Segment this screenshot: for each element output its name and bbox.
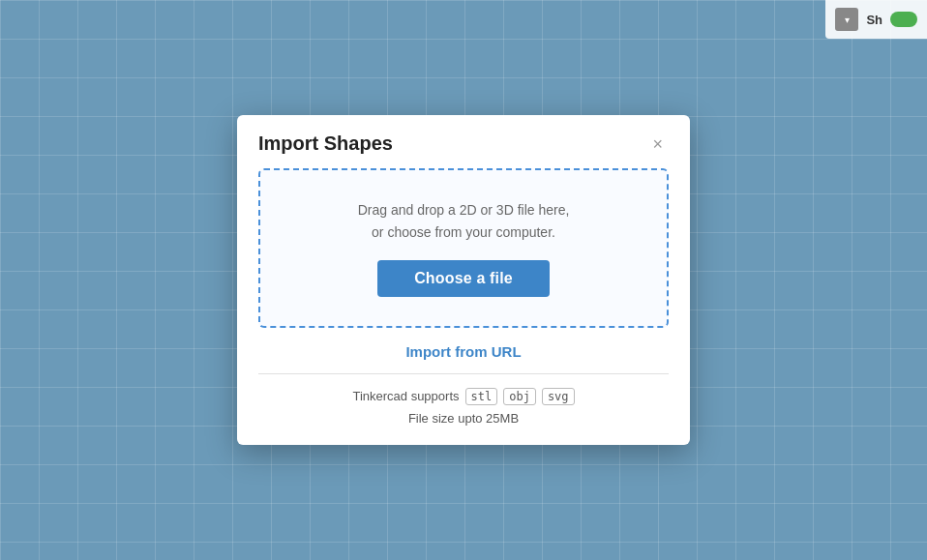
close-button[interactable]: × bbox=[646, 133, 669, 155]
drop-zone[interactable]: Drag and drop a 2D or 3D file here, or c… bbox=[258, 168, 669, 328]
drop-zone-text: Drag and drop a 2D or 3D file here, or c… bbox=[358, 199, 570, 243]
import-shapes-dialog: Import Shapes × Drag and drop a 2D or 3D… bbox=[237, 115, 690, 445]
format-badge-svg: svg bbox=[542, 388, 575, 405]
supports-label: Tinkercad supports bbox=[352, 389, 459, 403]
file-size-text: File size upto 25MB bbox=[408, 411, 519, 426]
modal-header: Import Shapes × bbox=[237, 115, 690, 168]
choose-file-button[interactable]: Choose a file bbox=[377, 260, 550, 297]
supports-row: Tinkercad supports stl obj svg bbox=[352, 388, 574, 405]
import-url-section: Import from URL bbox=[237, 328, 690, 360]
modal-title: Import Shapes bbox=[258, 133, 393, 155]
modal-overlay: Import Shapes × Drag and drop a 2D or 3D… bbox=[0, 0, 927, 560]
format-badge-obj: obj bbox=[503, 388, 536, 405]
format-badge-stl: stl bbox=[465, 388, 498, 405]
modal-footer: Tinkercad supports stl obj svg File size… bbox=[237, 374, 690, 445]
import-url-link[interactable]: Import from URL bbox=[405, 343, 521, 360]
